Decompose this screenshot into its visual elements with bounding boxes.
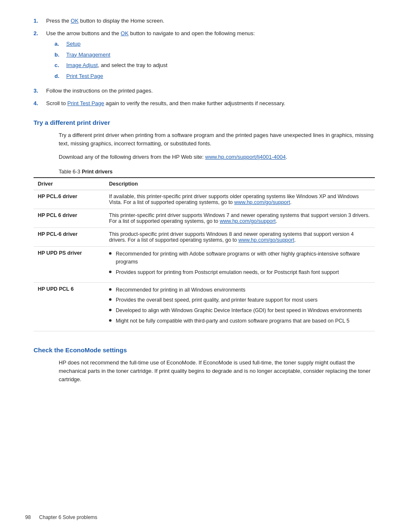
print-test-page-link-1[interactable]: Print Test Page <box>66 73 103 79</box>
table-caption: Table 6-3 Print drivers <box>34 169 375 175</box>
image-adjust-link[interactable]: Image Adjust <box>66 62 98 68</box>
bullet-icon <box>109 298 112 301</box>
substep-letter-c: c. <box>55 61 66 70</box>
table-row: HP PCL.6 driver If available, this print… <box>34 190 375 209</box>
table-row: HP PCL-6 driver This product-specific pr… <box>34 228 375 247</box>
section-econoMode: Check the EconoMode settings HP does not… <box>34 346 375 384</box>
step-num-1: 1. <box>34 17 46 25</box>
bullet-icon <box>109 288 112 291</box>
step-num-4: 4. <box>34 99 46 108</box>
step-content-1: Press the OK button to display the Home … <box>46 17 375 25</box>
substep-list: a. Setup b. Tray Management c. Image Adj… <box>46 40 375 80</box>
tray-management-link[interactable]: Tray Management <box>66 52 110 58</box>
list-item: Might not be fully compatible with third… <box>109 317 371 325</box>
hp-go-support-link-3[interactable]: www.hp.com/go/support <box>238 237 294 243</box>
step-2: 2. Use the arrow buttons and the OK butt… <box>34 29 375 83</box>
step-num-3: 3. <box>34 87 46 95</box>
driver-description: This product-specific print driver suppo… <box>105 228 375 247</box>
footer-page: 98 <box>25 514 31 520</box>
driver-description: Recommended for printing with Adobe soft… <box>105 247 375 282</box>
driver-bullet-list: Recommended for printing with Adobe soft… <box>109 250 371 276</box>
hp-support-link[interactable]: www.hp.com/support/lj4001-4004 <box>205 154 286 160</box>
section-heading-2: Check the EconoMode settings <box>34 346 375 354</box>
hp-go-support-link-1[interactable]: www.hp.com/go/support <box>234 199 290 205</box>
step-content-2: Use the arrow buttons and the OK button … <box>46 29 375 83</box>
section-heading-1: Try a different print driver <box>34 119 375 126</box>
bullet-icon <box>109 319 112 322</box>
step-3: 3. Follow the instructions on the printe… <box>34 87 375 95</box>
step-4: 4. Scroll to Print Test Page again to ve… <box>34 99 375 108</box>
table-row: HP UPD PS driver Recommended for printin… <box>34 247 375 282</box>
list-item: Provides support for printing from Posts… <box>109 269 371 276</box>
footer: 98 Chapter 6 Solve problems <box>0 514 400 520</box>
section1-para2: Download any of the following drivers fr… <box>59 153 375 161</box>
driver-name: HP PCL-6 driver <box>34 228 105 247</box>
table-caption-label: Print drivers <box>82 169 113 175</box>
driver-name: HP PCL 6 driver <box>34 209 105 228</box>
list-item: Developed to align with Windows Graphic … <box>109 307 371 315</box>
step-num-2: 2. <box>34 29 46 83</box>
table-row: HP UPD PCL 6 Recommended for printing in… <box>34 282 375 331</box>
setup-link[interactable]: Setup <box>66 41 81 47</box>
driver-name: HP UPD PCL 6 <box>34 282 105 331</box>
ok-link-2[interactable]: OK <box>121 30 129 36</box>
section2-para: HP does not recommend the full-time use … <box>59 359 375 384</box>
driver-description: If available, this printer-specific prin… <box>105 190 375 209</box>
step-content-4: Scroll to Print Test Page again to verif… <box>46 99 375 108</box>
substep-d: d. Print Test Page <box>46 72 375 80</box>
ok-link-1[interactable]: OK <box>71 18 79 24</box>
col-description-header: Description <box>105 178 375 190</box>
substep-letter-a: a. <box>55 40 66 48</box>
driver-description: Recommended for printing in all Windows … <box>105 282 375 331</box>
substep-c: c. Image Adjust, and select the tray to … <box>46 61 375 70</box>
table-header-row: Driver Description <box>34 178 375 190</box>
substep-b: b. Tray Management <box>46 51 375 59</box>
section-try-driver: Try a different print driver Try a diffe… <box>34 119 375 331</box>
substep-letter-d: d. <box>55 72 66 80</box>
bullet-icon <box>109 271 112 273</box>
driver-bullet-list: Recommended for printing in all Windows … <box>109 286 371 325</box>
table-caption-prefix: Table 6-3 <box>59 169 82 175</box>
substep-letter-b: b. <box>55 51 66 59</box>
substep-text-d: Print Test Page <box>66 72 103 80</box>
driver-name: HP UPD PS driver <box>34 247 105 282</box>
substep-text-b: Tray Management <box>66 51 110 59</box>
list-item: Provides the overall best speed, print q… <box>109 296 371 304</box>
section1-para1: Try a different print driver when printi… <box>59 131 375 148</box>
print-test-page-link-2[interactable]: Print Test Page <box>68 100 104 106</box>
list-item: Recommended for printing with Adobe soft… <box>109 250 371 266</box>
footer-chapter: Chapter 6 Solve problems <box>39 514 97 520</box>
col-driver-header: Driver <box>34 178 105 190</box>
substep-a: a. Setup <box>46 40 375 48</box>
substep-text-a: Setup <box>66 40 81 48</box>
table-row: HP PCL 6 driver This printer-specific pr… <box>34 209 375 228</box>
bullet-icon <box>109 252 112 255</box>
hp-go-support-link-2[interactable]: www.hp.com/go/support <box>220 218 275 224</box>
print-drivers-table: Driver Description HP PCL.6 driver If av… <box>34 177 375 331</box>
driver-name: HP PCL.6 driver <box>34 190 105 209</box>
list-item: Recommended for printing in all Windows … <box>109 286 371 294</box>
substep-text-c: Image Adjust, and select the tray to adj… <box>66 61 167 70</box>
step-content-3: Follow the instructions on the printed p… <box>46 87 375 95</box>
bullet-icon <box>109 309 112 311</box>
step-1: 1. Press the OK button to display the Ho… <box>34 17 375 25</box>
driver-description: This printer-specific print driver suppo… <box>105 209 375 228</box>
